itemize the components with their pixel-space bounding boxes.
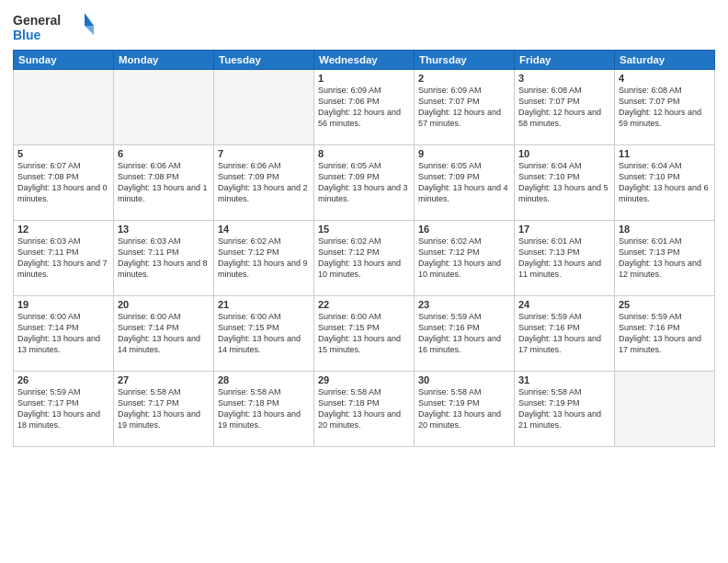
page-header: General Blue [13,9,715,44]
calendar-cell [114,70,214,145]
day-number: 14 [218,224,310,235]
day-detail: Sunrise: 6:00 AMSunset: 7:14 PMDaylight:… [118,311,210,356]
day-detail: Sunrise: 5:59 AMSunset: 7:17 PMDaylight:… [17,386,109,431]
day-detail: Sunrise: 5:58 AMSunset: 7:19 PMDaylight:… [518,386,610,431]
week-row-3: 12Sunrise: 6:03 AMSunset: 7:11 PMDayligh… [14,221,715,296]
calendar-cell: 3Sunrise: 6:08 AMSunset: 7:07 PMDaylight… [515,70,615,145]
day-detail: Sunrise: 5:58 AMSunset: 7:18 PMDaylight:… [318,386,410,431]
day-detail: Sunrise: 6:05 AMSunset: 7:09 PMDaylight:… [418,160,510,205]
calendar-cell: 7Sunrise: 6:06 AMSunset: 7:09 PMDaylight… [214,145,314,221]
day-detail: Sunrise: 6:02 AMSunset: 7:12 PMDaylight:… [318,236,410,281]
calendar-cell: 2Sunrise: 6:09 AMSunset: 7:07 PMDaylight… [415,70,515,145]
day-number: 29 [318,374,410,385]
day-number: 7 [218,148,310,159]
day-number: 3 [518,73,610,84]
weekday-header-friday: Friday [515,51,615,70]
day-number: 18 [619,224,711,235]
calendar-cell: 20Sunrise: 6:00 AMSunset: 7:14 PMDayligh… [114,296,214,372]
calendar-cell: 28Sunrise: 5:58 AMSunset: 7:18 PMDayligh… [214,372,314,447]
day-detail: Sunrise: 6:06 AMSunset: 7:08 PMDaylight:… [118,160,210,205]
day-detail: Sunrise: 6:04 AMSunset: 7:10 PMDaylight:… [518,160,610,205]
calendar-cell: 16Sunrise: 6:02 AMSunset: 7:12 PMDayligh… [415,221,515,296]
calendar-cell: 19Sunrise: 6:00 AMSunset: 7:14 PMDayligh… [14,296,114,372]
calendar-cell: 11Sunrise: 6:04 AMSunset: 7:10 PMDayligh… [615,145,715,221]
day-number: 19 [17,299,109,310]
calendar-cell: 6Sunrise: 6:06 AMSunset: 7:08 PMDaylight… [114,145,214,221]
calendar-cell [214,70,314,145]
day-number: 4 [619,73,711,84]
calendar-page: General Blue SundayMondayTuesdayWednesda… [0,0,728,563]
calendar-cell: 18Sunrise: 6:01 AMSunset: 7:13 PMDayligh… [615,221,715,296]
day-detail: Sunrise: 6:03 AMSunset: 7:11 PMDaylight:… [118,236,210,281]
calendar-cell: 9Sunrise: 6:05 AMSunset: 7:09 PMDaylight… [415,145,515,221]
calendar-cell: 26Sunrise: 5:59 AMSunset: 7:17 PMDayligh… [14,372,114,447]
day-number: 8 [318,148,410,159]
day-number: 24 [518,299,610,310]
day-number: 31 [518,374,610,385]
day-number: 22 [318,299,410,310]
calendar-cell: 29Sunrise: 5:58 AMSunset: 7:18 PMDayligh… [314,372,415,447]
day-detail: Sunrise: 6:02 AMSunset: 7:12 PMDaylight:… [218,236,310,281]
day-number: 13 [118,224,210,235]
logo: General Blue [13,9,96,44]
day-number: 6 [118,148,210,159]
day-detail: Sunrise: 6:01 AMSunset: 7:13 PMDaylight:… [518,236,610,281]
week-row-2: 5Sunrise: 6:07 AMSunset: 7:08 PMDaylight… [14,145,715,221]
calendar-cell: 12Sunrise: 6:03 AMSunset: 7:11 PMDayligh… [14,221,114,296]
calendar-table: SundayMondayTuesdayWednesdayThursdayFrid… [13,50,715,447]
day-number: 23 [418,299,510,310]
calendar-cell: 14Sunrise: 6:02 AMSunset: 7:12 PMDayligh… [214,221,314,296]
day-number: 9 [418,148,510,159]
day-detail: Sunrise: 6:00 AMSunset: 7:15 PMDaylight:… [318,311,410,356]
svg-marker-2 [85,13,94,26]
day-number: 5 [17,148,109,159]
day-number: 27 [118,374,210,385]
weekday-header-sunday: Sunday [14,51,114,70]
calendar-cell: 15Sunrise: 6:02 AMSunset: 7:12 PMDayligh… [314,221,415,296]
week-row-1: 1Sunrise: 6:09 AMSunset: 7:06 PMDaylight… [14,70,715,145]
day-number: 16 [418,224,510,235]
calendar-cell: 25Sunrise: 5:59 AMSunset: 7:16 PMDayligh… [615,296,715,372]
day-number: 12 [17,224,109,235]
day-number: 17 [518,224,610,235]
weekday-header-tuesday: Tuesday [214,51,314,70]
calendar-cell: 30Sunrise: 5:58 AMSunset: 7:19 PMDayligh… [415,372,515,447]
day-number: 21 [218,299,310,310]
day-number: 28 [218,374,310,385]
calendar-cell: 21Sunrise: 6:00 AMSunset: 7:15 PMDayligh… [214,296,314,372]
week-row-5: 26Sunrise: 5:59 AMSunset: 7:17 PMDayligh… [14,372,715,447]
day-number: 30 [418,374,510,385]
calendar-cell [14,70,114,145]
day-detail: Sunrise: 6:07 AMSunset: 7:08 PMDaylight:… [17,160,109,205]
calendar-cell: 31Sunrise: 5:58 AMSunset: 7:19 PMDayligh… [515,372,615,447]
day-detail: Sunrise: 5:58 AMSunset: 7:19 PMDaylight:… [418,386,510,431]
week-row-4: 19Sunrise: 6:00 AMSunset: 7:14 PMDayligh… [14,296,715,372]
day-detail: Sunrise: 6:06 AMSunset: 7:09 PMDaylight:… [218,160,310,205]
day-detail: Sunrise: 5:58 AMSunset: 7:18 PMDaylight:… [218,386,310,431]
calendar-cell [615,372,715,447]
day-detail: Sunrise: 6:09 AMSunset: 7:07 PMDaylight:… [418,85,510,130]
day-detail: Sunrise: 6:00 AMSunset: 7:15 PMDaylight:… [218,311,310,356]
calendar-cell: 4Sunrise: 6:08 AMSunset: 7:07 PMDaylight… [615,70,715,145]
day-detail: Sunrise: 5:58 AMSunset: 7:17 PMDaylight:… [118,386,210,431]
day-number: 15 [318,224,410,235]
calendar-cell: 27Sunrise: 5:58 AMSunset: 7:17 PMDayligh… [114,372,214,447]
calendar-cell: 10Sunrise: 6:04 AMSunset: 7:10 PMDayligh… [515,145,615,221]
day-detail: Sunrise: 5:59 AMSunset: 7:16 PMDaylight:… [619,311,711,356]
calendar-cell: 22Sunrise: 6:00 AMSunset: 7:15 PMDayligh… [314,296,415,372]
day-detail: Sunrise: 6:08 AMSunset: 7:07 PMDaylight:… [518,85,610,130]
weekday-header-wednesday: Wednesday [314,51,415,70]
day-detail: Sunrise: 6:02 AMSunset: 7:12 PMDaylight:… [418,236,510,281]
calendar-cell: 24Sunrise: 5:59 AMSunset: 7:16 PMDayligh… [515,296,615,372]
svg-text:General: General [13,13,61,28]
calendar-cell: 5Sunrise: 6:07 AMSunset: 7:08 PMDaylight… [14,145,114,221]
weekday-header-thursday: Thursday [415,51,515,70]
day-detail: Sunrise: 6:03 AMSunset: 7:11 PMDaylight:… [17,236,109,281]
day-number: 26 [17,374,109,385]
calendar-cell: 23Sunrise: 5:59 AMSunset: 7:16 PMDayligh… [415,296,515,372]
weekday-header-saturday: Saturday [615,51,715,70]
day-detail: Sunrise: 6:00 AMSunset: 7:14 PMDaylight:… [17,311,109,356]
generalblue-logo: General Blue [13,9,96,44]
day-number: 25 [619,299,711,310]
day-number: 2 [418,73,510,84]
